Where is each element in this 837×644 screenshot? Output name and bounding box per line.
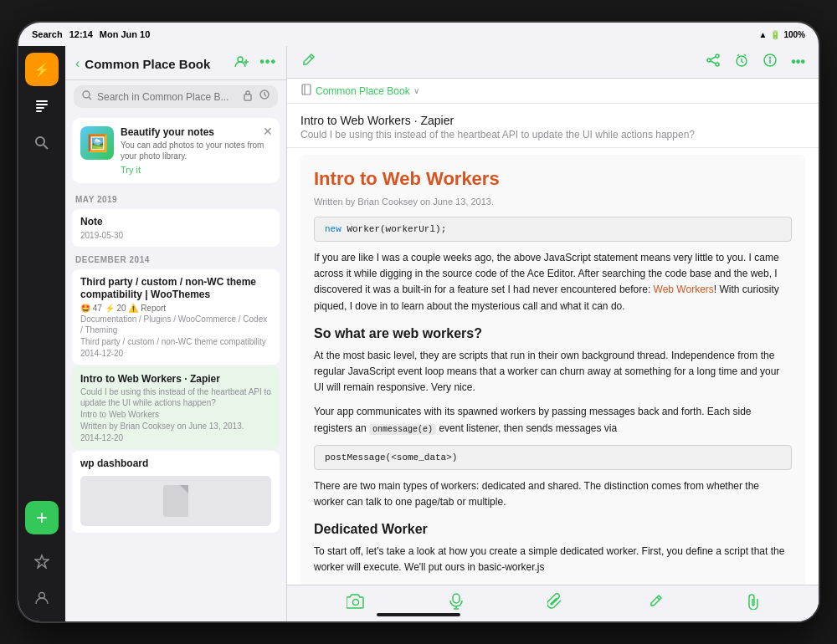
svg-point-17 [716, 63, 719, 66]
sidebar-icon-notes[interactable] [25, 89, 59, 123]
article-title: Intro to Web Workers [314, 168, 792, 190]
search-input-wrapper[interactable] [74, 85, 278, 108]
alarm-icon[interactable] [734, 53, 749, 71]
status-search: Search [32, 29, 63, 39]
note-content-header: Intro to Web Workers · Zapier Could I be… [287, 104, 819, 148]
svg-point-4 [36, 137, 44, 146]
svg-line-23 [744, 54, 746, 56]
pencil-draw-button[interactable] [648, 594, 663, 613]
note-item-meta: 🤩 47 ⚡ 20 ⚠️ Report [80, 304, 271, 313]
back-button[interactable]: ‹ [75, 56, 80, 71]
promo-text: Beautify your notes You can add photos t… [121, 126, 271, 175]
info-icon[interactable] [763, 53, 778, 71]
sidebar-icon-search[interactable] [25, 126, 59, 160]
icon-sidebar: ⚡ + [18, 46, 65, 621]
article-paragraph-1: If you are like I was a couple weeks ago… [314, 250, 792, 314]
svg-rect-3 [36, 110, 42, 112]
search-input[interactable] [97, 91, 238, 103]
promo-link[interactable]: Try it [121, 165, 271, 175]
svg-point-18 [707, 59, 711, 62]
notebook-title: Common Place Book [85, 57, 210, 71]
promo-close-button[interactable]: ✕ [263, 125, 273, 138]
svg-line-19 [711, 57, 716, 59]
sidebar-icon-add[interactable]: + [25, 501, 59, 534]
article-heading-2: So what are web workers? [314, 326, 792, 341]
svg-rect-1 [36, 104, 48, 105]
more-icon[interactable]: ••• [791, 54, 805, 69]
note-item-author: Written by Brian Cooksey on June 13, 201… [80, 421, 271, 432]
web-workers-link[interactable]: Web Workers [654, 284, 714, 295]
home-indicator [377, 613, 460, 616]
microphone-button[interactable] [449, 593, 463, 614]
sidebar-icon-account[interactable] [25, 581, 59, 615]
document-icon [163, 485, 188, 517]
svg-line-22 [737, 54, 739, 56]
header-icons: ••• [234, 54, 276, 73]
share-icon[interactable] [706, 53, 721, 71]
camera-button[interactable] [347, 594, 365, 613]
note-item-date: 2014-12-20 [80, 349, 271, 358]
list-item[interactable]: Third party / custom / non-WC theme comp… [72, 269, 280, 365]
note-item-title: Intro to Web Workers · Zapier [80, 373, 271, 386]
main-header-left [300, 53, 316, 71]
section-header-dec2014: DECEMBER 2014 [65, 248, 286, 268]
svg-line-12 [89, 97, 91, 100]
note-item-sub-preview: Intro to Web Workers [80, 409, 271, 420]
svg-point-16 [716, 54, 719, 58]
attach-button[interactable] [747, 593, 759, 614]
note-list-header: ‹ Common Place Book ••• [65, 46, 286, 80]
section-header-may2019: MAY 2019 [65, 188, 286, 207]
more-options-icon[interactable]: ••• [259, 54, 276, 73]
status-date: Mon Jun 10 [100, 29, 151, 39]
status-bar: Search 12:14 Mon Jun 10 ▲ 🔋 100% [18, 23, 819, 46]
status-right: ▲ 🔋 100% [759, 30, 805, 39]
code-block-2: postMessage(<some_data>) [314, 445, 792, 470]
breadcrumb: Common Place Book ∨ [287, 79, 819, 104]
notebook-icon [300, 84, 312, 98]
sidebar-icon-lightning[interactable]: ⚡ [25, 53, 59, 86]
article-paragraph-4: There are two main types of workers: ded… [314, 478, 792, 510]
battery-percent: 100% [783, 30, 805, 39]
note-thumbnail [80, 476, 271, 526]
search-bar [65, 80, 286, 113]
list-item[interactable]: wp dashboard [72, 451, 280, 533]
svg-point-11 [83, 91, 90, 98]
promo-banner: 🖼️ Beautify your notes You can add photo… [72, 118, 280, 183]
device-frame: Search 12:14 Mon Jun 10 ▲ 🔋 100% ⚡ [17, 21, 820, 623]
breadcrumb-label[interactable]: Common Place Book [316, 85, 410, 97]
note-item-date: 2019-05-30 [80, 231, 271, 240]
list-item[interactable]: Intro to Web Workers · Zapier Could I be… [72, 366, 280, 450]
status-time: 12:14 [69, 29, 93, 39]
article-paragraph-2: At the most basic level, they are script… [314, 348, 792, 396]
add-user-icon[interactable] [234, 54, 249, 73]
note-item-date: 2014-12-20 [80, 433, 271, 442]
svg-line-20 [711, 61, 716, 64]
clip-button[interactable] [547, 593, 562, 614]
bottom-toolbar [287, 585, 819, 621]
wifi-icon: ▲ [759, 30, 768, 39]
sidebar-icon-favorites[interactable] [25, 544, 59, 578]
search-icon [82, 90, 92, 103]
status-left: Search 12:14 Mon Jun 10 [32, 29, 150, 39]
main-content: ••• Common Place Book ∨ Intro to Web Wor… [287, 46, 819, 621]
lock-icon[interactable] [243, 89, 253, 104]
svg-point-8 [238, 57, 243, 62]
svg-line-5 [44, 145, 48, 149]
svg-rect-30 [453, 594, 460, 603]
header-left: ‹ Common Place Book [75, 56, 210, 71]
note-item-tags: Documentation / Plugins / WooCommerce / … [80, 314, 271, 335]
clock-icon[interactable] [259, 89, 270, 104]
main-content-header: ••• [287, 46, 819, 79]
note-body[interactable]: Intro to Web Workers Written by Brian Co… [287, 148, 819, 585]
note-main-title: Intro to Web Workers · Zapier [300, 114, 805, 127]
article-heading-dedicated: Dedicated Worker [314, 522, 792, 537]
svg-rect-27 [302, 84, 311, 95]
svg-point-29 [352, 600, 358, 606]
note-item-preview: Could I be using this instead of the hea… [80, 386, 271, 408]
edit-pencil-icon[interactable] [300, 53, 316, 71]
note-item-title: wp dashboard [80, 457, 271, 471]
promo-description: You can add photos to your notes from yo… [121, 140, 271, 161]
list-item[interactable]: Note 2019-05-30 [72, 209, 280, 247]
note-list: MAY 2019 Note 2019-05-30 DECEMBER 2014 T… [65, 188, 286, 621]
note-subtitle: Could I be using this instead of the hea… [300, 129, 805, 141]
